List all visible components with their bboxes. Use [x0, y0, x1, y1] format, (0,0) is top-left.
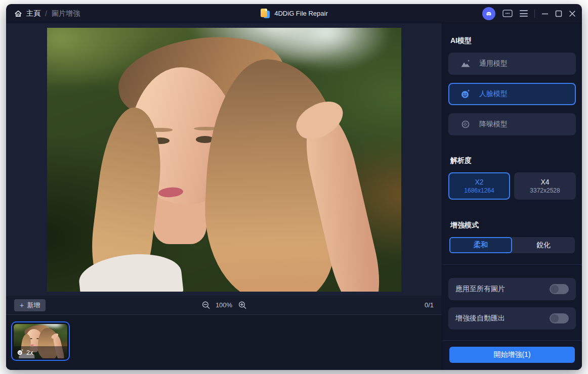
mode-section-title: 增強模式 — [450, 221, 574, 230]
close-button[interactable] — [569, 10, 576, 17]
apply-to-all-toggle[interactable] — [550, 284, 569, 294]
screen: 主頁 / 圖片增強 4DDiG File Repair — [0, 0, 588, 374]
model-option-label: 降噪模型 — [479, 120, 508, 129]
viewer-toolbar: + 新增 100% — [6, 296, 442, 314]
image-counter: 0/1 — [425, 301, 434, 309]
maximize-icon — [555, 10, 562, 17]
breadcrumb-current: 圖片增強 — [52, 9, 80, 18]
main-area: + 新增 100% — [6, 23, 582, 370]
sidebar-footer-divider — [442, 340, 582, 341]
settings-sidebar: AI模型 通用模型 人臉模型 — [442, 23, 582, 370]
preview-photo — [47, 28, 401, 292]
app-window: 主頁 / 圖片增強 4DDiG File Repair — [6, 4, 582, 370]
plus-icon: + — [20, 302, 24, 309]
discord-button[interactable] — [482, 7, 495, 20]
resolution-dimensions: 3372x2528 — [530, 187, 560, 194]
breadcrumb-separator: / — [45, 10, 47, 18]
discord-icon — [485, 10, 493, 18]
model-option-label: 人臉模型 — [479, 89, 508, 99]
titlebar-controls — [482, 7, 576, 20]
apply-to-all-label: 應用至所有圖片 — [455, 285, 505, 294]
auto-export-toggle[interactable] — [550, 313, 569, 323]
zoom-out-icon[interactable] — [201, 300, 211, 310]
resolution-dimensions: 1686x1264 — [464, 187, 494, 194]
add-image-label: 新增 — [27, 301, 40, 310]
model-option-face[interactable]: 人臉模型 — [448, 83, 576, 105]
menu-button[interactable] — [520, 10, 528, 17]
thumbnail-scale-badge: 2x — [26, 349, 33, 356]
add-image-button[interactable]: + 新增 — [14, 299, 46, 311]
resolution-label: X4 — [540, 178, 549, 186]
ai-model-section-title: AI模型 — [450, 36, 574, 45]
model-option-denoise[interactable]: 降噪模型 — [448, 113, 576, 135]
viewer-panel: + 新增 100% — [6, 23, 442, 370]
start-enhance-button[interactable]: 開始增強(1) — [449, 347, 575, 363]
thumbnail-strip: 2x — [6, 314, 442, 370]
resolution-options: X2 1686x1264 X4 3372x2528 — [448, 172, 576, 200]
zoom-controls: 100% — [201, 296, 247, 314]
minimize-icon — [541, 10, 549, 17]
resolution-option-x2[interactable]: X2 1686x1264 — [448, 172, 510, 200]
title-bar: 主頁 / 圖片增強 4DDiG File Repair — [6, 4, 582, 23]
app-logo-icon — [260, 9, 270, 18]
mode-option-soft[interactable]: 柔和 — [449, 237, 512, 253]
zoom-in-icon[interactable] — [237, 300, 247, 310]
photo-portrait — [47, 28, 401, 292]
maximize-button[interactable] — [555, 10, 562, 17]
mode-option-sharpen[interactable]: 銳化 — [512, 237, 575, 253]
feedback-button[interactable] — [502, 9, 513, 19]
resolution-option-x4[interactable]: X4 3372x2528 — [514, 172, 576, 200]
mode-segmented-control: 柔和 銳化 — [449, 237, 575, 253]
denoise-model-icon — [460, 119, 471, 129]
minimize-button[interactable] — [541, 10, 549, 17]
breadcrumb-home[interactable]: 主頁 — [14, 9, 40, 18]
model-option-label: 通用模型 — [479, 59, 508, 68]
close-icon — [569, 10, 576, 17]
resolution-section-title: 解析度 — [450, 156, 574, 165]
titlebar-divider — [534, 10, 535, 18]
sidebar-divider — [442, 264, 582, 265]
face-model-icon — [460, 89, 471, 99]
feedback-chat-icon — [502, 9, 513, 19]
home-icon — [14, 10, 22, 18]
auto-export-row: 增強後自動匯出 — [448, 307, 576, 330]
general-model-icon — [460, 59, 471, 69]
apply-to-all-row: 應用至所有圖片 — [448, 278, 576, 300]
preview-canvas — [6, 23, 442, 296]
model-option-general[interactable]: 通用模型 — [448, 53, 576, 75]
app-title: 4DDiG File Repair — [274, 10, 327, 17]
breadcrumb-home-label: 主頁 — [26, 9, 40, 18]
zoom-level: 100% — [216, 301, 232, 309]
auto-export-label: 增強後自動匯出 — [455, 314, 505, 323]
sidebar-footer: 開始增強(1) — [448, 340, 576, 370]
resolution-label: X2 — [475, 178, 483, 186]
thumbnail-item-selected[interactable]: 2x — [11, 321, 70, 361]
breadcrumb: 主頁 / 圖片增強 — [14, 9, 80, 18]
face-model-badge-icon — [17, 349, 24, 356]
thumbnail-badge: 2x — [14, 346, 67, 358]
